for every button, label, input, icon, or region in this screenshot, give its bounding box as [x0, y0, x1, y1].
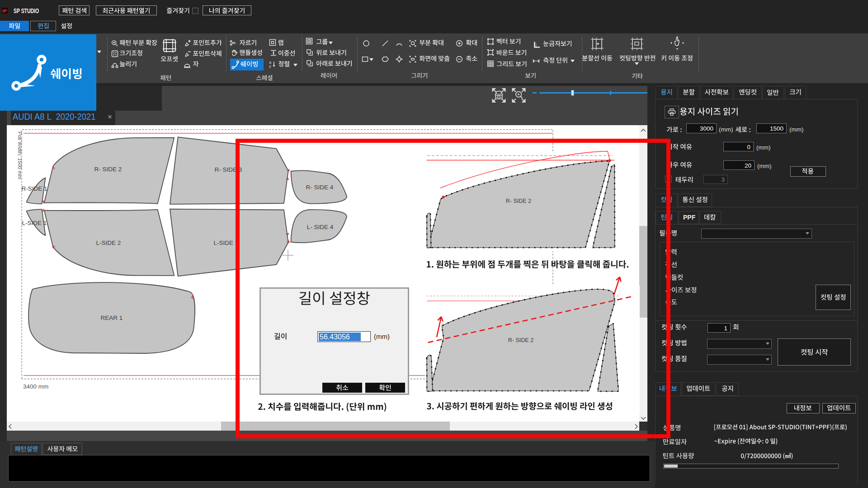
- svg-text:Z: Z: [269, 65, 271, 68]
- svg-text:3400 mm: 3400 mm: [23, 383, 48, 390]
- svg-text:REAR 1: REAR 1: [101, 314, 123, 321]
- svg-text:L-SIDE 2: L-SIDE 2: [96, 239, 121, 246]
- svg-text:R- SIDE 2: R- SIDE 2: [94, 166, 122, 173]
- svg-text:R-SIDE 1: R-SIDE 1: [21, 185, 47, 192]
- svg-text:A: A: [269, 61, 272, 65]
- svg-text:L-SIDE 1: L-SIDE 1: [22, 220, 47, 226]
- svg-text:Poll Width: 1500 mm: Poll Width: 1500 mm: [17, 131, 23, 179]
- svg-text:L-SIDE 3: L-SIDE 3: [214, 239, 239, 246]
